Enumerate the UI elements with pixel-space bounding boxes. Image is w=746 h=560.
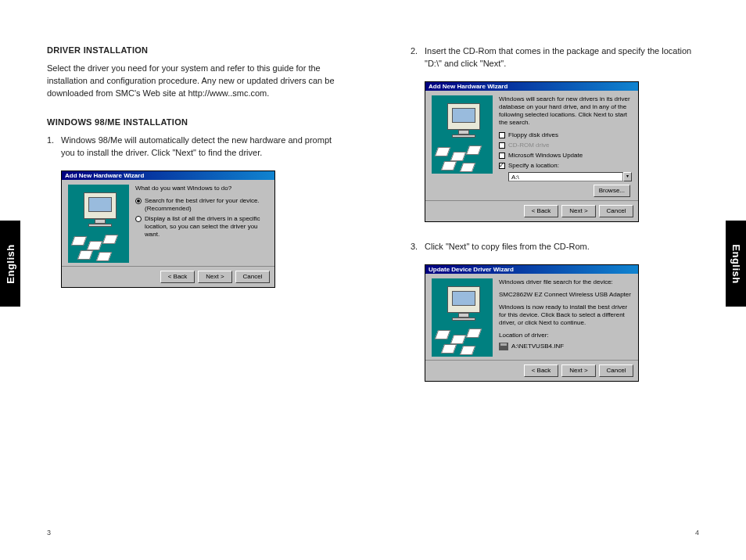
wizard-step1: Add New Hardware Wizard What do you want…	[61, 171, 275, 288]
wizard-prompt: What do you want Windows to do?	[135, 185, 268, 192]
step-text: Click "Next" to copy files from the CD-R…	[425, 241, 699, 253]
checkbox-icon	[499, 132, 505, 138]
wizard-art	[68, 185, 129, 263]
radio-search-best[interactable]: Search for the best driver for your devi…	[135, 197, 268, 213]
heading-driver-installation: DRIVER INSTALLATION	[47, 45, 335, 55]
page-left: English DRIVER INSTALLATION Select the d…	[0, 0, 373, 560]
wizard-titlebar: Add New Hardware Wizard	[62, 171, 274, 180]
wizard-line1: Windows driver file search for the devic…	[499, 278, 632, 286]
location-value: A:\NETVUSB4.INF	[511, 343, 564, 350]
dropdown-button[interactable]: ▾	[623, 172, 632, 181]
radio-label: Display a list of all the drivers in a s…	[145, 215, 268, 239]
step-number: 1.	[47, 135, 61, 160]
step-number: 2.	[411, 45, 425, 70]
step-3: 3. Click "Next" to copy files from the C…	[411, 241, 699, 253]
heading-win98: WINDOWS 98/ME INSTALLATION	[47, 117, 335, 127]
language-tab-left: English	[0, 221, 20, 307]
checkbox-icon	[499, 142, 505, 149]
check-label: Specify a location:	[508, 162, 559, 170]
check-floppy[interactable]: Floppy disk drives	[499, 131, 632, 139]
wizard-step2: Add New Hardware Wizard Windows will sea…	[425, 81, 639, 222]
step-text: Windows 98/Me will automatically detect …	[61, 135, 335, 160]
location-input[interactable]: A:\	[508, 172, 623, 181]
wizard-line2: Windows is now ready to install the best…	[499, 303, 632, 327]
tab-label: English	[5, 244, 16, 283]
check-cdrom: CD-ROM drive	[499, 142, 632, 149]
page-number-right: 4	[695, 529, 699, 537]
check-label: CD-ROM drive	[508, 142, 549, 149]
checkbox-icon	[499, 153, 505, 159]
check-specify-location[interactable]: Specify a location:	[499, 162, 632, 170]
cancel-button[interactable]: Cancel	[599, 205, 633, 217]
wizard-prompt: Windows will search for new drivers in i…	[499, 95, 632, 127]
check-label: Floppy disk drives	[508, 131, 558, 139]
radio-icon	[135, 216, 142, 222]
next-button[interactable]: Next >	[198, 271, 232, 283]
back-button[interactable]: < Back	[524, 205, 558, 217]
wizard-titlebar: Update Device Driver Wizard	[425, 265, 638, 274]
location-label: Location of driver:	[499, 332, 632, 339]
wizard-art	[432, 278, 493, 357]
next-button[interactable]: Next >	[561, 205, 596, 217]
cancel-button[interactable]: Cancel	[235, 271, 270, 283]
wizard-titlebar: Add New Hardware Wizard	[425, 82, 638, 91]
language-tab-right: English	[726, 221, 746, 307]
browse-button[interactable]: Browse...	[594, 185, 630, 197]
radio-label: Search for the best driver for your devi…	[145, 197, 268, 213]
step-text: Insert the CD-Rom that comes in the pack…	[425, 45, 699, 70]
back-button[interactable]: < Back	[524, 364, 558, 377]
cancel-button[interactable]: Cancel	[599, 364, 633, 377]
radio-icon	[135, 198, 142, 204]
wizard-device: SMC2862W EZ Connect Wireless USB Adapter	[499, 291, 632, 299]
back-button[interactable]: < Back	[160, 271, 195, 283]
radio-display-list[interactable]: Display a list of all the drivers in a s…	[135, 215, 268, 239]
location-row: A:\NETVUSB4.INF	[499, 343, 632, 350]
wizard-art	[432, 95, 493, 174]
check-label: Microsoft Windows Update	[508, 152, 583, 160]
checkbox-icon	[499, 163, 505, 169]
next-button[interactable]: Next >	[561, 364, 596, 377]
tab-label: English	[730, 244, 742, 283]
floppy-icon	[499, 343, 508, 350]
step-number: 3.	[411, 241, 425, 253]
step-1: 1. Windows 98/Me will automatically dete…	[47, 135, 335, 160]
page-number-left: 3	[47, 529, 51, 537]
check-windows-update[interactable]: Microsoft Windows Update	[499, 152, 632, 160]
step-2: 2. Insert the CD-Rom that comes in the p…	[411, 45, 699, 70]
wizard-step3: Update Device Driver Wizard Windows driv…	[425, 264, 639, 382]
intro-paragraph: Select the driver you need for your syst…	[47, 63, 335, 100]
page-right: English 2. Insert the CD-Rom that comes …	[373, 0, 746, 560]
